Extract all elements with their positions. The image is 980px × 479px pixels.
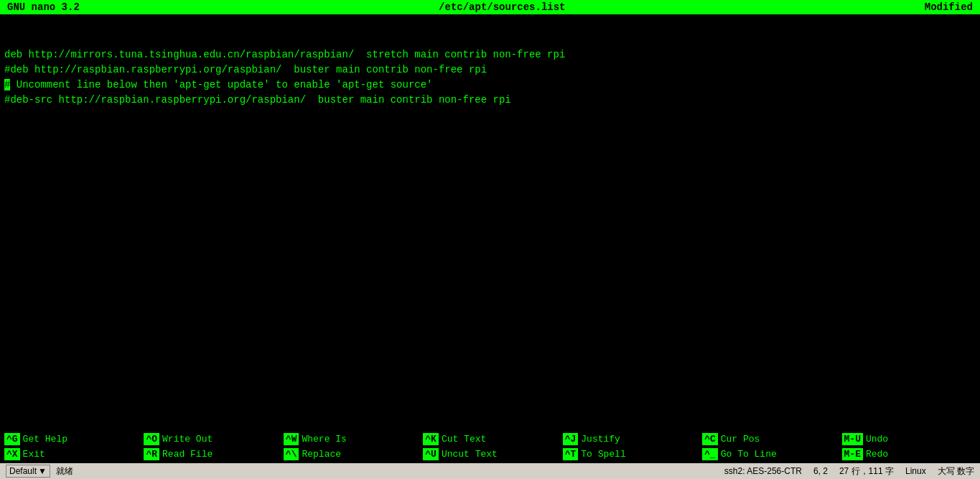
shortcut-pair[interactable]: ^_Go To Line <box>699 447 839 462</box>
shortcut-key: ^O <box>144 433 159 445</box>
status-right: ssh2: AES-256-CTR 6, 2 27 行，111 字 Linux … <box>724 465 974 478</box>
shortcut-pair[interactable]: M-UUndo <box>839 432 979 447</box>
shortcut-label: To Spell <box>581 449 625 460</box>
shortcut-label: Cur Pos <box>721 434 760 445</box>
shortcut-label: Cut Text <box>442 434 486 445</box>
shortcut-label: Replace <box>302 449 341 460</box>
shortcut-pair[interactable]: ^GGet Help <box>1 432 141 447</box>
default-dropdown[interactable]: Default ▼ <box>6 465 50 478</box>
shortcut-bar: ^GGet Help^OWrite Out^WWhere Is^KCut Tex… <box>0 430 980 463</box>
shortcut-key: ^W <box>284 433 299 445</box>
shortcut-key: ^J <box>563 433 579 445</box>
shortcut-label: Undo <box>866 434 888 445</box>
bottom-section: ^GGet Help^OWrite Out^WWhere Is^KCut Tex… <box>0 430 980 479</box>
shortcut-label: Justify <box>581 434 620 445</box>
app-name: GNU nano 3.2 <box>7 1 80 13</box>
shortcut-key: ^U <box>423 448 439 460</box>
editor-line: #deb-src http://raspbian.raspberrypi.org… <box>4 93 976 108</box>
shortcut-label: Read File <box>162 449 213 460</box>
shortcut-pair[interactable]: ^JJustify <box>560 432 699 447</box>
editor-line: # Uncomment line below then 'apt-get upd… <box>4 78 976 93</box>
status-left: Default ▼ 就绪 <box>6 465 73 478</box>
cursor-position: 6, 2 <box>813 466 828 476</box>
cursor: # <box>4 79 10 90</box>
shortcut-label: Where Is <box>302 434 346 445</box>
shortcut-key: ^X <box>4 448 20 460</box>
shortcut-pair[interactable]: ^RRead File <box>141 447 280 462</box>
shortcut-key: ^_ <box>702 448 718 460</box>
shortcut-key: M-E <box>842 448 863 460</box>
shortcut-pair[interactable]: ^OWrite Out <box>141 432 280 447</box>
shortcut-key: ^\ <box>284 448 299 460</box>
shortcut-key: ^G <box>4 433 20 445</box>
shortcut-label: Redo <box>866 449 888 460</box>
default-label: Default <box>9 466 37 476</box>
status-bar: Default ▼ 就绪 ssh2: AES-256-CTR 6, 2 27 行… <box>0 463 980 479</box>
shortcut-label: Uncut Text <box>442 449 498 460</box>
shortcut-pair[interactable]: ^UUncut Text <box>420 447 559 462</box>
shortcut-label: Go To Line <box>721 449 777 460</box>
encoding-info: Linux <box>905 466 926 476</box>
shortcut-pair[interactable]: ^KCut Text <box>420 432 559 447</box>
shortcut-pair[interactable]: M-ERedo <box>839 447 979 462</box>
shortcut-key: ^C <box>702 433 718 445</box>
shortcut-label: Exit <box>23 449 45 460</box>
shortcut-key: ^R <box>144 448 159 460</box>
shortcut-key: ^T <box>563 448 579 460</box>
shortcut-label: Write Out <box>162 434 213 445</box>
line-info: 27 行，111 字 <box>839 465 894 478</box>
modified-status: Modified <box>925 1 973 13</box>
input-method: 大写 数字 <box>938 465 974 478</box>
editor-lines: deb http://mirrors.tuna.tsinghua.edu.cn/… <box>4 47 976 108</box>
shortcut-pair[interactable]: ^\Replace <box>281 447 420 462</box>
shortcut-pair[interactable]: ^TTo Spell <box>560 447 699 462</box>
shortcut-key: M-U <box>842 433 863 445</box>
shortcut-key: ^K <box>423 433 439 445</box>
ready-status: 就绪 <box>56 465 73 478</box>
editor-line: #deb http://raspbian.raspberrypi.org/ras… <box>4 62 976 78</box>
session-info: ssh2: AES-256-CTR <box>724 466 802 476</box>
shortcut-pair[interactable]: ^WWhere Is <box>281 432 420 447</box>
file-name: /etc/apt/sources.list <box>439 1 565 13</box>
shortcut-pair[interactable]: ^XExit <box>1 447 141 462</box>
shortcut-pair[interactable]: ^CCur Pos <box>699 432 839 447</box>
shortcut-label: Get Help <box>23 434 67 445</box>
editor-area[interactable]: deb http://mirrors.tuna.tsinghua.edu.cn/… <box>0 14 980 430</box>
title-bar: GNU nano 3.2 /etc/apt/sources.list Modif… <box>0 0 980 14</box>
editor-line: deb http://mirrors.tuna.tsinghua.edu.cn/… <box>4 47 976 62</box>
dropdown-arrow: ▼ <box>38 466 47 476</box>
